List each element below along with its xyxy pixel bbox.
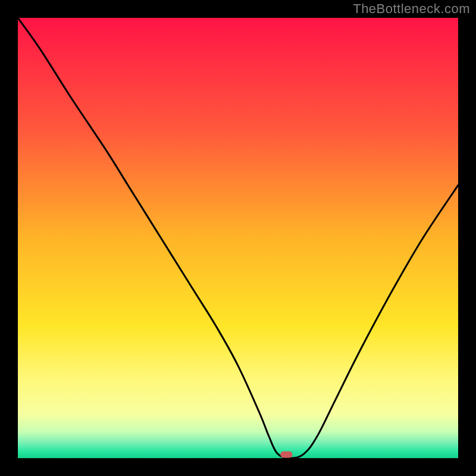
optimal-point-marker [280,452,292,458]
plot-svg [18,18,458,458]
gradient-background [18,18,458,458]
plot-area [18,18,458,458]
chart-frame: TheBottleneck.com [0,0,476,476]
watermark-text: TheBottleneck.com [353,1,470,17]
